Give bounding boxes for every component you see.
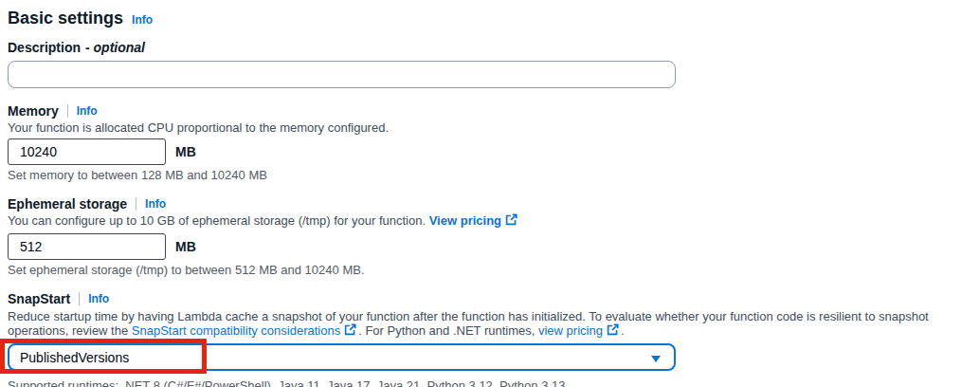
memory-description: Your function is allocated CPU proportio…	[8, 120, 967, 136]
view-pricing-link[interactable]: View pricing	[429, 213, 519, 228]
memory-label-row: Memory Info	[8, 103, 967, 119]
memory-constraint-text: Set memory to between 128 MB and 10240 M…	[8, 168, 967, 183]
snapstart-label: SnapStart	[8, 291, 70, 306]
snapstart-description-text-3: .	[621, 323, 625, 338]
snapstart-select[interactable]: PublishedVersions	[8, 343, 676, 371]
snapstart-selected-value: PublishedVersions	[20, 350, 129, 365]
label-divider	[79, 292, 80, 305]
snapstart-info-link[interactable]: Info	[88, 291, 109, 306]
ephemeral-label-row: Ephemeral storage Info	[8, 196, 967, 212]
label-divider	[67, 104, 68, 118]
snapstart-select-wrap: PublishedVersions	[8, 343, 676, 371]
snapstart-description-text-2: . For Python and .NET runtimes,	[358, 323, 538, 338]
ephemeral-input-row: MB	[8, 233, 967, 260]
memory-unit-label: MB	[175, 144, 196, 159]
ephemeral-storage-label: Ephemeral storage	[8, 196, 127, 212]
page-title: Basic settings	[8, 9, 123, 28]
description-input[interactable]	[8, 61, 676, 88]
snapstart-constraint-text: Supported runtimes: .NET 8 (C#/F#/PowerS…	[8, 378, 967, 387]
page-heading: Basic settings Info	[8, 9, 967, 28]
ephemeral-unit-label: MB	[175, 239, 196, 254]
basic-settings-info-link[interactable]: Info	[132, 13, 153, 27]
snapstart-label-row: SnapStart Info	[8, 291, 967, 306]
snapstart-section: SnapStart Info Reduce startup time by ha…	[8, 291, 967, 387]
ephemeral-description-text: You can configure up to 10 GB of ephemer…	[8, 213, 426, 228]
external-link-icon	[344, 323, 356, 339]
snapstart-description: Reduce startup time by having Lambda cac…	[8, 309, 967, 339]
basic-settings-panel: Basic settings Info Description - option…	[0, 0, 980, 387]
memory-label: Memory	[8, 103, 59, 119]
memory-section: Memory Info Your function is allocated C…	[8, 103, 967, 183]
external-link-icon	[505, 213, 517, 230]
label-divider	[136, 197, 136, 211]
ephemeral-constraint-text: Set ephemeral storage (/tmp) to between …	[8, 263, 967, 278]
description-section: Description - optional	[8, 40, 967, 88]
external-link-icon	[607, 323, 619, 339]
memory-input-row: MB	[8, 138, 967, 165]
snapstart-compatibility-link[interactable]: SnapStart compatibility considerations	[132, 323, 358, 338]
description-label: Description	[8, 40, 81, 55]
memory-info-link[interactable]: Info	[77, 103, 98, 119]
description-optional-label: - optional	[85, 40, 145, 55]
snapstart-view-pricing-link[interactable]: view pricing	[538, 323, 621, 338]
ephemeral-info-link[interactable]: Info	[145, 196, 166, 212]
description-label-row: Description - optional	[8, 40, 967, 55]
ephemeral-storage-section: Ephemeral storage Info You can configure…	[8, 196, 967, 278]
ephemeral-storage-input[interactable]	[8, 233, 166, 260]
caret-down-icon	[651, 356, 661, 362]
ephemeral-description: You can configure up to 10 GB of ephemer…	[8, 213, 967, 230]
memory-input[interactable]	[8, 138, 166, 165]
